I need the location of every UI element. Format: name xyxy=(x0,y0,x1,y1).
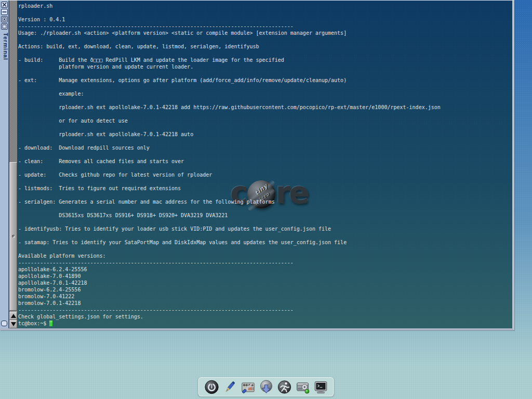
dock-item-paint[interactable] xyxy=(221,378,238,395)
window-titlebar[interactable]: Terminal xyxy=(0,1,9,328)
terminal-output: rploader.sh Version : 0.4.1 ------------… xyxy=(17,1,512,320)
maximize-button[interactable] xyxy=(1,23,8,30)
apps-download-icon xyxy=(258,379,274,395)
dock-item-cpanel[interactable] xyxy=(240,378,257,395)
shade-icon xyxy=(2,10,7,14)
terminal-scrollbar[interactable] xyxy=(9,1,17,328)
terminal-window: Terminal ctinymicrore rploader.sh Versio… xyxy=(0,0,514,330)
run-program-icon xyxy=(276,379,292,395)
close-button[interactable] xyxy=(1,2,8,8)
close-icon xyxy=(2,3,7,7)
dock-item-mount[interactable] xyxy=(294,378,311,395)
shade-button[interactable] xyxy=(1,9,8,15)
terminal-content[interactable]: ctinymicrore rploader.sh Version : 0.4.1… xyxy=(17,1,512,328)
restore-icon xyxy=(2,17,7,21)
shell-prompt: tc@box:~$ xyxy=(18,320,49,327)
terminal-icon xyxy=(313,379,328,395)
desktop-background: Terminal ctinymicrore rploader.sh Versio… xyxy=(0,0,532,399)
scroll-up-button[interactable] xyxy=(9,312,17,320)
exit-icon xyxy=(204,379,219,395)
mount-disk-icon xyxy=(295,379,310,395)
dock-item-apps[interactable] xyxy=(258,378,275,395)
dock-item-exit[interactable] xyxy=(203,378,220,395)
dock-item-run[interactable] xyxy=(276,378,293,395)
text-cursor xyxy=(49,321,52,326)
maximize-icon xyxy=(2,24,7,29)
dock-bar xyxy=(198,377,334,396)
shell-prompt-line: tc@box:~$ xyxy=(17,320,512,327)
control-panel-icon xyxy=(240,379,256,395)
arrow-down-icon xyxy=(11,322,16,326)
resize-handle[interactable] xyxy=(1,321,7,326)
scrollbar-thumb-dimple xyxy=(12,235,15,238)
scroll-down-button[interactable] xyxy=(9,320,17,328)
dock-item-terminal[interactable] xyxy=(312,378,329,395)
restore-button[interactable] xyxy=(1,16,8,22)
scrollbar-thumb[interactable] xyxy=(9,162,17,311)
window-title: Terminal xyxy=(0,33,9,60)
paint-pen-icon xyxy=(222,379,237,395)
arrow-up-icon xyxy=(11,314,16,318)
